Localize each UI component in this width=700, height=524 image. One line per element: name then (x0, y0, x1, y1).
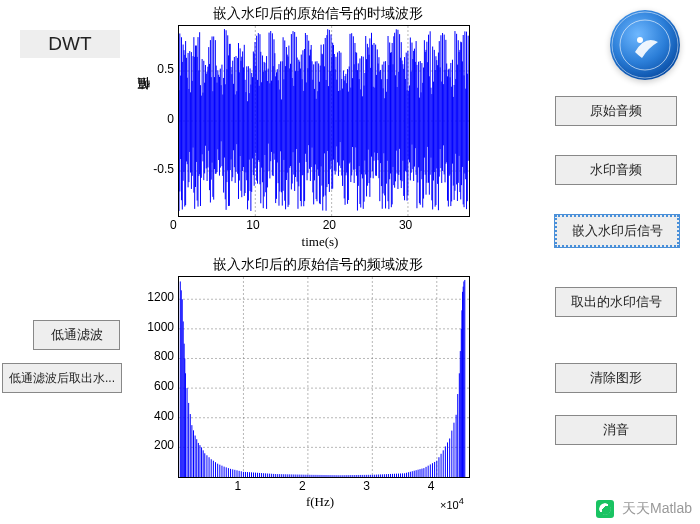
xtick: 30 (399, 218, 412, 232)
ytick: 1000 (144, 320, 174, 334)
original-audio-button[interactable]: 原始音频 (555, 96, 677, 126)
ytick: 200 (144, 438, 174, 452)
time-domain-axes (178, 25, 470, 217)
watermark-audio-button[interactable]: 水印音频 (555, 155, 677, 185)
watermark-text: 天天Matlab (622, 500, 692, 516)
ytick: 0.5 (144, 62, 174, 76)
ytick: 400 (144, 409, 174, 423)
lowpass-button[interactable]: 低通滤波 (33, 320, 120, 350)
wechat-watermark: 天天Matlab (596, 500, 692, 518)
ytick: 1200 (144, 290, 174, 304)
xtick: 10 (246, 218, 259, 232)
ytick: 0 (144, 112, 174, 126)
xtick: 3 (363, 479, 370, 493)
wechat-icon (596, 500, 614, 518)
chart1-title: 嵌入水印后的原始信号的时域波形 (168, 5, 468, 23)
lowpass-extract-button[interactable]: 低通滤波后取出水... (2, 363, 122, 393)
svg-point-2 (637, 37, 643, 43)
chart2-xscale: ×104 (440, 496, 464, 511)
ytick: -0.5 (144, 162, 174, 176)
chart1-xlabel: time(s) (280, 234, 360, 250)
xtick: 20 (323, 218, 336, 232)
xtick: 1 (234, 479, 241, 493)
embedded-signal-button[interactable]: 嵌入水印后信号 (555, 215, 679, 247)
ytick: 600 (144, 379, 174, 393)
chart2-title: 嵌入水印后的原始信号的频域波形 (168, 256, 468, 274)
xtick: 4 (428, 479, 435, 493)
ytick: 800 (144, 349, 174, 363)
chart2-xlabel: f(Hz) (290, 494, 350, 510)
freq-domain-axes (178, 276, 470, 478)
mute-button[interactable]: 消音 (555, 415, 677, 445)
dwt-label: DWT (20, 30, 120, 58)
xtick: 0 (170, 218, 177, 232)
university-logo (610, 10, 680, 80)
xtick: 2 (299, 479, 306, 493)
extracted-signal-button[interactable]: 取出的水印信号 (555, 287, 677, 317)
clear-figure-button[interactable]: 清除图形 (555, 363, 677, 393)
